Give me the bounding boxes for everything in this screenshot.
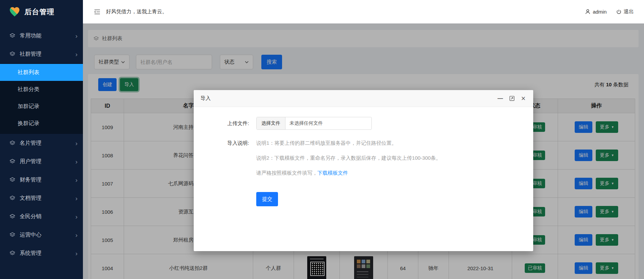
sidebar-item-label: 换群记录 [18, 120, 39, 127]
user-icon [585, 9, 591, 15]
sidebar-item-label: 名片管理 [20, 140, 75, 147]
power-icon [616, 9, 622, 15]
sidebar-submenu-community: 社群列表 社群分类 加群记录 换群记录 [0, 63, 83, 134]
sidebar-item-label: 加群记录 [18, 103, 39, 110]
chevron-right-icon: › [75, 250, 77, 257]
file-input[interactable]: 选择文件 未选择任何文件 [256, 117, 372, 130]
modal-controls: — × [497, 95, 526, 102]
sidebar-item-label: 运营中心 [20, 231, 75, 239]
instructions-lines: 说明1：将要上传的群二维码放至服务器中，并记住路径位置。 说明2：下载模板文件，… [256, 139, 441, 184]
sidebar-item-label: 财务管理 [20, 176, 75, 184]
user-menu[interactable]: admin [585, 9, 607, 15]
choose-file-button[interactable]: 选择文件 [257, 117, 285, 129]
submit-button[interactable]: 提交 [256, 192, 278, 206]
upload-row: 上传文件: 选择文件 未选择任何文件 [194, 117, 533, 130]
maximize-icon[interactable] [509, 95, 515, 102]
chevron-right-icon: › [75, 195, 77, 202]
sidebar-item-finance-management[interactable]: 财务管理 › [0, 171, 83, 189]
username: admin [593, 9, 607, 15]
chevron-right-icon: › [75, 158, 77, 165]
sidebar-item-community-management[interactable]: 社群管理 › [0, 45, 83, 63]
sidebar-collapse-button[interactable] [94, 9, 101, 15]
sidebar-item-label: 社群列表 [18, 69, 39, 76]
modal-title: 导入 [201, 95, 211, 102]
chevron-right-icon: › [75, 177, 77, 183]
layers-icon [10, 177, 15, 183]
file-name-text: 未选择任何文件 [285, 117, 323, 129]
menu-fold-icon [94, 9, 101, 15]
chevron-right-icon: › [75, 51, 77, 57]
layers-icon [10, 33, 15, 39]
sidebar-item-label: 社群分类 [18, 86, 39, 93]
close-icon[interactable]: × [520, 95, 526, 102]
logout-button[interactable]: 退出 [616, 8, 634, 15]
sidebar-item-operation-center[interactable]: 运营中心 › [0, 226, 83, 244]
sidebar-item-join-records[interactable]: 加群记录 [0, 98, 83, 115]
sidebar-item-card-management[interactable]: 名片管理 › [0, 134, 83, 152]
upload-label: 上传文件: [194, 117, 249, 130]
chevron-right-icon: › [75, 140, 77, 146]
sidebar-item-switch-records[interactable]: 换群记录 [0, 115, 83, 132]
sidebar: 后台管理 常用功能 › 社群管理 › 社群列表 社群分类 加 [0, 0, 83, 279]
brand-logo: 后台管理 [0, 0, 83, 23]
sidebar-item-label: 用户管理 [20, 158, 75, 165]
sidebar-item-community-list[interactable]: 社群列表 [0, 64, 83, 81]
chevron-right-icon: › [75, 33, 77, 39]
sidebar-item-label: 文档管理 [20, 195, 75, 202]
note-text: 请严格按照模板文件填写， [256, 170, 317, 176]
topbar-motto: 好风凭借力，送我上青云。 [106, 8, 167, 15]
sidebar-item-distribution[interactable]: 全民分销 › [0, 207, 83, 226]
layers-icon [10, 140, 15, 146]
sidebar-item-system-management[interactable]: 系统管理 › [0, 244, 83, 262]
sidebar-item-document-management[interactable]: 文档管理 › [0, 189, 83, 207]
layers-icon [10, 250, 15, 256]
minimize-icon[interactable]: — [497, 95, 503, 102]
modal-header: 导入 — × [194, 90, 533, 107]
logout-label: 退出 [624, 8, 634, 15]
admin-app: 后台管理 常用功能 › 社群管理 › 社群列表 社群分类 加 [0, 0, 644, 279]
sidebar-nav: 常用功能 › 社群管理 › 社群列表 社群分类 加群记录 换群记录 [0, 23, 83, 262]
layers-icon [10, 232, 15, 238]
topbar-right: admin 退出 [585, 8, 634, 15]
chevron-right-icon: › [75, 213, 77, 220]
content-area: 社群列表 社群类型 状态 搜索 创建 导入 共有 10 条数据 [83, 23, 644, 279]
layers-icon [10, 195, 15, 201]
layers-icon [10, 51, 15, 57]
layers-icon [10, 214, 15, 220]
brand-title: 后台管理 [24, 7, 54, 17]
brand-heart-icon [9, 6, 20, 18]
topbar: 好风凭借力，送我上青云。 admin 退出 [83, 0, 644, 23]
sidebar-item-label: 社群管理 [20, 51, 75, 58]
instruction-line-1: 说明1：将要上传的群二维码放至服务器中，并记住路径位置。 [256, 139, 441, 147]
sidebar-item-community-category[interactable]: 社群分类 [0, 81, 83, 98]
instruction-line-3: 请严格按照模板文件填写，下载模板文件 [256, 169, 441, 177]
download-template-link[interactable]: 下载模板文件 [317, 170, 348, 176]
chevron-right-icon: › [75, 232, 77, 238]
sidebar-item-user-management[interactable]: 用户管理 › [0, 152, 83, 171]
sidebar-item-label: 系统管理 [20, 250, 75, 257]
sidebar-item-common-functions[interactable]: 常用功能 › [0, 27, 83, 45]
instructions-label: 导入说明: [194, 139, 249, 184]
import-modal: 导入 — × 上传文件: 选择文件 未选择任何文件 导入说明: [194, 90, 533, 251]
instructions-row: 导入说明: 说明1：将要上传的群二维码放至服务器中，并记住路径位置。 说明2：下… [194, 139, 441, 184]
layers-icon [10, 159, 15, 164]
sidebar-item-label: 常用功能 [20, 32, 75, 39]
sidebar-item-label: 全民分销 [20, 213, 75, 220]
instruction-line-2: 说明2：下载模板文件，重命名另存，录入数据后保存，建议每次上传100-300条。 [256, 154, 441, 162]
